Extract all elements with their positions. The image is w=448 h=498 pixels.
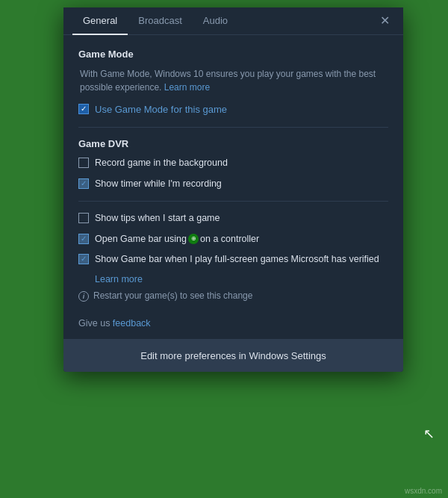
settings-dialog: General Broadcast Audio ✕ Game Mode With… bbox=[63, 7, 403, 372]
restart-notice-text: Restart your game(s) to see this change bbox=[93, 290, 252, 301]
tips-checkbox[interactable] bbox=[78, 213, 89, 223]
dvr-timer-label: Show timer while I'm recording bbox=[95, 178, 388, 191]
dvr-timer-row[interactable]: Show timer while I'm recording bbox=[78, 178, 388, 191]
gamebar-controller-checkbox[interactable] bbox=[78, 234, 89, 244]
game-mode-checkbox-row[interactable]: Use Game Mode for this game bbox=[78, 103, 388, 116]
feedback-row: Give us feedback bbox=[63, 309, 403, 339]
divider-1 bbox=[78, 127, 388, 128]
tab-bar: General Broadcast Audio ✕ bbox=[63, 7, 403, 35]
learn-more-link-gamebar[interactable]: Learn more bbox=[95, 274, 388, 284]
game-mode-description: With Game Mode, Windows 10 ensures you p… bbox=[78, 67, 388, 94]
game-mode-checkbox[interactable] bbox=[78, 104, 89, 114]
watermark: wsxdn.com bbox=[405, 487, 442, 495]
dvr-record-checkbox[interactable] bbox=[78, 158, 89, 168]
game-mode-checkbox-label: Use Game Mode for this game bbox=[95, 103, 388, 116]
restart-notice-row: i Restart your game(s) to see this chang… bbox=[78, 290, 388, 302]
feedback-link[interactable]: feedback bbox=[113, 318, 151, 329]
tab-audio[interactable]: Audio bbox=[193, 7, 238, 35]
tips-row[interactable]: Show tips when I start a game bbox=[78, 212, 388, 225]
gamebar-fullscreen-row[interactable]: Show Game bar when I play full-screen ga… bbox=[78, 253, 388, 267]
gamebar-fullscreen-checkbox[interactable] bbox=[78, 254, 89, 264]
game-mode-title: Game Mode bbox=[78, 49, 388, 60]
close-button[interactable]: ✕ bbox=[376, 12, 394, 30]
divider-2 bbox=[78, 201, 388, 202]
tab-broadcast[interactable]: Broadcast bbox=[128, 7, 193, 35]
gamebar-controller-row[interactable]: Open Game bar using ⊕ on a controller bbox=[78, 233, 388, 246]
gamebar-controller-label: Open Game bar using ⊕ on a controller bbox=[95, 233, 388, 246]
game-dvr-title: Game DVR bbox=[78, 138, 388, 149]
learn-more-link-game-mode[interactable]: Learn more bbox=[164, 82, 210, 93]
info-icon: i bbox=[78, 291, 89, 302]
dvr-timer-checkbox[interactable] bbox=[78, 178, 89, 189]
tab-general[interactable]: General bbox=[72, 7, 128, 35]
gamebar-fullscreen-label: Show Game bar when I play full-screen ga… bbox=[95, 253, 388, 267]
windows-settings-button[interactable]: Edit more preferences in Windows Setting… bbox=[63, 339, 403, 372]
xbox-icon: ⊕ bbox=[188, 234, 199, 244]
tips-label: Show tips when I start a game bbox=[95, 212, 388, 225]
dvr-record-row[interactable]: Record game in the background bbox=[78, 157, 388, 170]
dvr-record-label: Record game in the background bbox=[95, 157, 388, 170]
dialog-content: Game Mode With Game Mode, Windows 10 ens… bbox=[63, 35, 403, 309]
